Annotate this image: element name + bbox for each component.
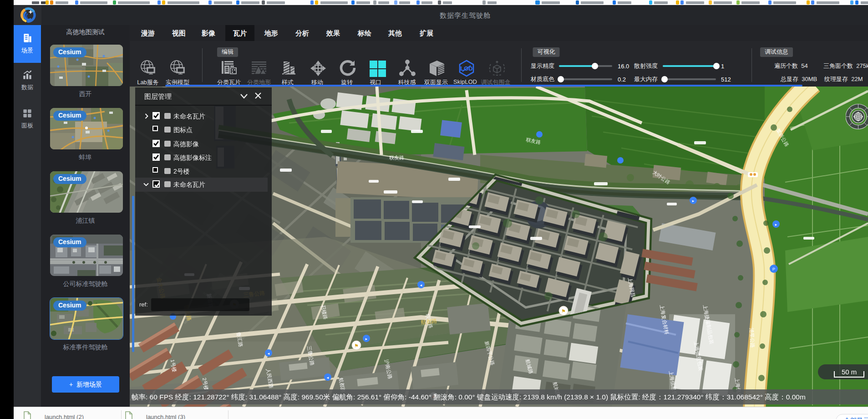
svg-text:▸: ▸ bbox=[775, 222, 777, 227]
svg-text:▸: ▸ bbox=[692, 199, 695, 203]
svg-text:◂: ◂ bbox=[268, 351, 270, 356]
svg-text:P: P bbox=[772, 267, 775, 271]
svg-text:⚑: ⚑ bbox=[561, 308, 566, 314]
svg-text:⚑: ⚑ bbox=[354, 343, 359, 348]
svg-text:◂: ◂ bbox=[327, 375, 329, 380]
svg-text:◂: ◂ bbox=[420, 283, 422, 287]
svg-text:▸: ▸ bbox=[365, 337, 368, 341]
svg-text:联友路: 联友路 bbox=[389, 155, 404, 160]
